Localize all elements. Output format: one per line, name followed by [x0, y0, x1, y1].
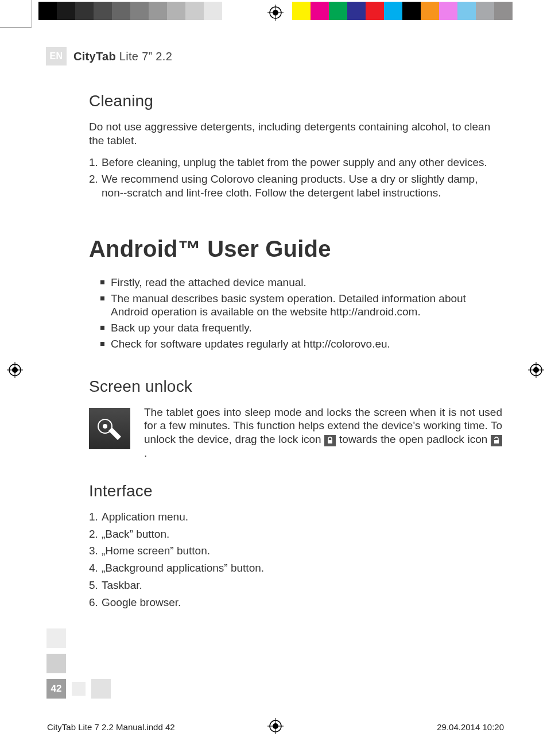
cleaning-steps: Before cleaning, unplug the tablet from … [89, 156, 502, 200]
cleaning-heading: Cleaning [89, 91, 502, 111]
printer-colorbar [38, 2, 513, 20]
language-badge: EN [46, 47, 67, 65]
screen-unlock-t2: towards the open padlock icon [336, 433, 491, 445]
registration-mark-icon [267, 5, 284, 21]
svg-rect-19 [494, 440, 499, 443]
interface-item: Taskbar. [89, 578, 502, 592]
cleaning-step: We recommend using Colorovo cleaning pro… [89, 172, 502, 200]
svg-rect-18 [328, 440, 332, 443]
page-body: EN CityTab Lite 7” 2.2 Cleaning Do not u… [46, 47, 505, 699]
deco-square [91, 679, 111, 699]
product-title: CityTab Lite 7” 2.2 [73, 50, 172, 63]
screen-unlock-t3: . [144, 447, 147, 459]
android-bullet: Check for software updates regularly at … [100, 337, 502, 351]
lock-closed-icon [324, 435, 336, 446]
swatch [421, 2, 439, 20]
svg-point-17 [103, 424, 107, 429]
screen-unlock-heading: Screen unlock [89, 376, 502, 396]
swatch [384, 2, 402, 20]
deco-square [46, 654, 66, 673]
registration-mark-icon [528, 362, 544, 378]
interface-item: Google browser. [89, 596, 502, 610]
swatch [75, 2, 94, 20]
slug-line: CityTab Lite 7 2.2 Manual.indd 42 29.04.… [47, 722, 504, 732]
interface-item: Application menu. [89, 510, 502, 524]
header: EN CityTab Lite 7” 2.2 [46, 47, 505, 65]
swatch [347, 2, 366, 20]
slug-datetime: 29.04.2014 10:20 [437, 722, 504, 732]
swatch [94, 2, 112, 20]
product-bold: CityTab [73, 50, 116, 63]
screen-unlock-block: The tablet goes into sleep mode and lock… [89, 406, 502, 460]
swatch [329, 2, 347, 20]
swatch [57, 2, 75, 20]
android-bullet: Firstly, read the attached device manual… [100, 276, 502, 290]
swatch [185, 2, 204, 20]
cleaning-step: Before cleaning, unplug the tablet from … [89, 156, 502, 169]
screen-unlock-text: The tablet goes into sleep mode and lock… [144, 406, 502, 460]
swatch [167, 2, 185, 20]
swatch [292, 2, 311, 20]
interface-item: „Home screen” button. [89, 544, 502, 558]
crop-mark [32, 0, 32, 27]
product-light: Lite 7” 2.2 [116, 50, 172, 63]
swatch [130, 2, 149, 20]
page-number: 42 [46, 679, 66, 699]
cleaning-intro: Do not use aggressive detergents, includ… [89, 120, 502, 148]
swatch [222, 2, 240, 20]
slug-file: CityTab Lite 7 2.2 Manual.indd 42 [47, 722, 175, 732]
swatch [311, 2, 329, 20]
lock-open-icon [491, 435, 502, 446]
android-heading: Android™ User Guide [89, 234, 502, 263]
crop-mark [0, 27, 32, 28]
android-bullets: Firstly, read the attached device manual… [100, 276, 502, 351]
interface-heading: Interface [89, 481, 502, 501]
interface-item: „Back” button. [89, 527, 502, 541]
interface-list: Application menu.„Back” button.„Home scr… [89, 510, 502, 610]
swatch [38, 2, 57, 20]
interface-item: „Background applications” button. [89, 561, 502, 575]
swatch [402, 2, 421, 20]
swatch [112, 2, 130, 20]
registration-mark-icon [7, 362, 23, 378]
swatch [149, 2, 167, 20]
page-decoration: 42 [46, 628, 111, 699]
swatch [476, 2, 494, 20]
swatch [204, 2, 222, 20]
android-bullet: The manual describes basic system operat… [100, 292, 502, 319]
swatch [366, 2, 384, 20]
swatch [439, 2, 457, 20]
swatch [494, 2, 513, 20]
touch-icon [89, 408, 130, 449]
deco-square [46, 628, 66, 648]
android-bullet: Back up your data frequently. [100, 321, 502, 335]
swatch [457, 2, 476, 20]
deco-square [72, 682, 86, 696]
